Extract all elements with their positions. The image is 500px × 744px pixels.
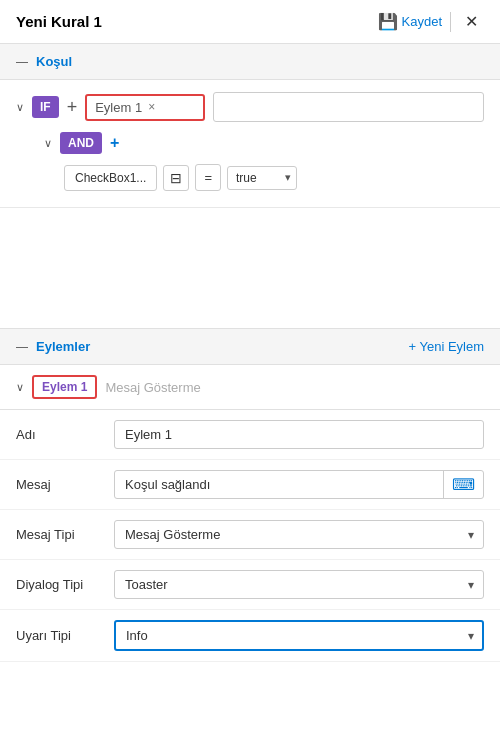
- eylemler-section-header: — Eylemler + Yeni Eylem: [0, 328, 500, 365]
- if-plus-button[interactable]: +: [67, 98, 78, 116]
- name-label: Adı: [16, 427, 106, 442]
- empty-space: [0, 208, 500, 328]
- diyalog-tipi-label: Diyalog Tipi: [16, 577, 106, 592]
- value-select[interactable]: true false: [227, 166, 297, 190]
- kosul-collapse-icon[interactable]: —: [16, 55, 28, 69]
- eylem1-badge[interactable]: Eylem 1: [32, 375, 97, 399]
- page-title: Yeni Kural 1: [16, 13, 102, 30]
- mesaj-tipi-select[interactable]: Mesaj Gösterme: [114, 520, 484, 549]
- form-section: Adı Mesaj ⌨ Mesaj Tipi Mesaj Gösterme Di…: [0, 410, 500, 670]
- form-row-name: Adı: [0, 410, 500, 460]
- op-icon-box[interactable]: ⊟: [163, 165, 189, 191]
- save-icon: 💾: [378, 12, 398, 31]
- save-button[interactable]: 💾 Kaydet: [378, 12, 442, 31]
- diyalog-tipi-select-wrapper: Toaster: [114, 570, 484, 599]
- if-row: ∨ IF + Eylem 1 ×: [16, 92, 484, 122]
- field-selector[interactable]: CheckBox1...: [64, 165, 157, 191]
- eylem1-collapse-icon[interactable]: ∨: [16, 381, 24, 394]
- mesaj-tipi-select-wrapper: Mesaj Gösterme: [114, 520, 484, 549]
- condition-filler: [213, 92, 484, 122]
- header-divider: [450, 12, 451, 32]
- eylem-tag-label: Eylem 1: [95, 100, 142, 115]
- eylemler-left: — Eylemler: [16, 339, 90, 354]
- condition-block: ∨ IF + Eylem 1 × ∨ AND + CheckBox1... ⊟ …: [0, 80, 500, 208]
- header: Yeni Kural 1 💾 Kaydet ✕: [0, 0, 500, 44]
- close-button[interactable]: ✕: [459, 10, 484, 33]
- eylem-tag-box: Eylem 1 ×: [85, 94, 205, 121]
- mesaj-label: Mesaj: [16, 477, 106, 492]
- new-action-button[interactable]: + Yeni Eylem: [408, 339, 484, 354]
- if-collapse-icon[interactable]: ∨: [16, 101, 24, 114]
- form-row-mesaj-tipi: Mesaj Tipi Mesaj Gösterme: [0, 510, 500, 560]
- name-input[interactable]: [114, 420, 484, 449]
- uyari-tipi-select[interactable]: Info: [114, 620, 484, 651]
- eylem1-placeholder: Mesaj Gösterme: [105, 380, 200, 395]
- diyalog-tipi-select[interactable]: Toaster: [114, 570, 484, 599]
- and-badge: AND: [60, 132, 102, 154]
- form-row-uyari-tipi: Uyarı Tipi Info: [0, 610, 500, 662]
- kosul-section-title: Koşul: [36, 54, 72, 69]
- if-badge: IF: [32, 96, 59, 118]
- value-select-wrapper: true false: [227, 166, 297, 190]
- eylem1-row: ∨ Eylem 1 Mesaj Gösterme: [0, 365, 500, 410]
- and-row: ∨ AND +: [44, 132, 484, 154]
- and-collapse-icon[interactable]: ∨: [44, 137, 52, 150]
- eylemler-collapse-icon[interactable]: —: [16, 340, 28, 354]
- sub-condition-row: CheckBox1... ⊟ = true false: [64, 164, 484, 191]
- form-row-mesaj: Mesaj ⌨: [0, 460, 500, 510]
- and-plus-button[interactable]: +: [110, 134, 119, 152]
- eylem-tag-remove[interactable]: ×: [148, 100, 155, 114]
- translate-icon[interactable]: ⌨: [443, 471, 483, 498]
- header-actions: 💾 Kaydet ✕: [378, 10, 484, 33]
- mesaj-input-wrapper: ⌨: [114, 470, 484, 499]
- uyari-tipi-label: Uyarı Tipi: [16, 628, 106, 643]
- op-icon: ⊟: [170, 170, 182, 186]
- eq-box: =: [195, 164, 221, 191]
- form-row-diyalog-tipi: Diyalog Tipi Toaster: [0, 560, 500, 610]
- mesaj-tipi-label: Mesaj Tipi: [16, 527, 106, 542]
- eylemler-section-title: Eylemler: [36, 339, 90, 354]
- mesaj-input[interactable]: [115, 471, 443, 498]
- kosul-section-header: — Koşul: [0, 44, 500, 80]
- uyari-tipi-select-wrapper: Info: [114, 620, 484, 651]
- save-label: Kaydet: [402, 14, 442, 29]
